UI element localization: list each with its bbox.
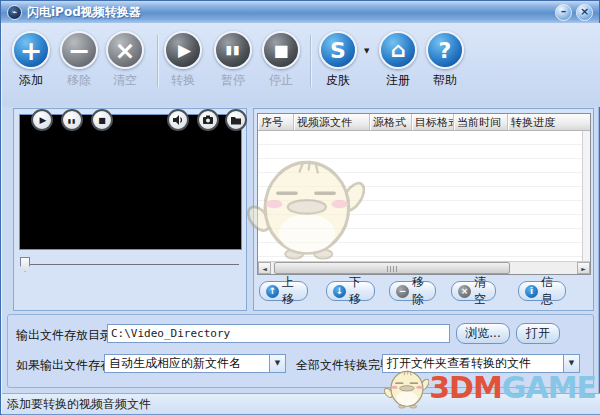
if-exists-select[interactable]: 自动生成相应的新文件名 ▼ [104,354,286,373]
close-button[interactable]: × [576,4,593,21]
toolbar: + 添加 − 移除 × 清空 ▶ 转换 ▮▮ 暂停 ■ 停止 S 皮肤 ▼ [2,23,600,107]
file-table: 序号 视频源文件 源格式 目标格式 当前时间 转换进度 ◄ ► [257,113,591,275]
toolbar-separator [310,35,311,87]
open-dir-button[interactable]: 打开 [516,323,560,344]
app-icon: ⌁ [7,5,22,20]
list-clear-button[interactable]: × 清空 [451,281,496,301]
skin-icon: S [319,31,357,69]
output-dir-label: 输出文件存放目录: [16,327,116,344]
minus-icon: − [396,285,409,298]
info-icon: i [525,285,538,298]
column-header-time[interactable]: 当前时间 [454,114,508,130]
preview-panel: ▶ ▮▮ ■ [13,108,247,311]
move-down-button[interactable]: ↓ 下移 [326,281,375,301]
output-dir-input[interactable] [107,324,450,343]
volume-icon[interactable] [167,109,189,131]
help-icon: ? [426,31,464,69]
skin-button[interactable]: S 皮肤 [315,31,361,89]
cross-icon: × [458,285,471,298]
if-exists-label: 如果输出文件存在: [16,357,116,374]
add-button[interactable]: + 添加 [8,31,54,89]
stop-icon: ■ [262,31,300,69]
task-list-panel: 序号 视频源文件 源格式 目标格式 当前时间 转换进度 ◄ ► ↑ 上移 ↓ 下… [253,108,594,311]
snapshot-icon[interactable] [197,109,219,131]
add-icon: + [12,31,50,69]
table-body [258,131,582,261]
clear-button[interactable]: × 清空 [102,31,148,89]
home-icon: ⌂ [379,31,417,69]
video-preview [19,114,242,250]
player-stop-button[interactable]: ■ [91,109,113,131]
minimize-button[interactable]: – [555,4,572,21]
column-header-srcfmt[interactable]: 源格式 [370,114,412,130]
convert-icon: ▶ [164,31,202,69]
scroll-right-icon[interactable]: ► [577,262,590,274]
app-window: ⌁ 闪电iPod视频转换器 – × + 添加 − 移除 × 清空 ▶ 转换 ▮▮… [0,0,600,415]
scrollbar-grip [387,266,397,272]
move-up-button[interactable]: ↑ 上移 [259,281,308,301]
status-text: 添加要转换的视频音频文件 [7,397,151,411]
pause-icon: ▮▮ [214,31,252,69]
column-header-index[interactable]: 序号 [258,114,294,130]
horizontal-scrollbar[interactable]: ◄ ► [258,261,590,274]
window-title: 闪电iPod视频转换器 [27,4,141,21]
stop-button[interactable]: ■ 停止 [258,31,304,89]
after-convert-select[interactable]: 打开文件夹查看转换的文件 ▼ [382,354,580,373]
chevron-down-icon[interactable]: ▼ [269,355,285,372]
info-button[interactable]: i 信息 [518,281,566,301]
table-header: 序号 视频源文件 源格式 目标格式 当前时间 转换进度 [258,114,590,131]
open-file-icon[interactable] [225,109,247,131]
pause-button[interactable]: ▮▮ 暂停 [210,31,256,89]
clear-icon: × [106,31,144,69]
seek-track[interactable] [22,264,239,265]
column-header-progress[interactable]: 转换进度 [508,114,590,130]
seek-handle[interactable] [20,257,30,272]
output-settings-group: 输出文件存放目录: 浏览... 打开 如果输出文件存在: 自动生成相应的新文件名… [7,314,594,388]
player-play-button[interactable]: ▶ [31,109,53,131]
player-pause-button[interactable]: ▮▮ [61,109,83,131]
browse-button[interactable]: 浏览... [456,323,510,344]
convert-button[interactable]: ▶ 转换 [160,31,206,89]
toolbar-separator [157,35,158,87]
column-header-source[interactable]: 视频源文件 [294,114,370,130]
remove-icon: − [60,31,98,69]
column-header-dstfmt[interactable]: 目标格式 [412,114,454,130]
scrollbar-thumb[interactable] [274,262,510,274]
status-bar: 添加要转换的视频音频文件 [2,393,600,415]
list-remove-button[interactable]: − 移除 [389,281,436,301]
title-bar: ⌁ 闪电iPod视频转换器 – × [1,1,599,23]
vertical-scrollbar[interactable] [582,131,590,261]
chevron-down-icon[interactable]: ▼ [563,355,579,372]
register-button[interactable]: ⌂ 注册 [375,31,421,89]
remove-button[interactable]: − 移除 [56,31,102,89]
scroll-left-icon[interactable]: ◄ [258,262,271,274]
seek-bar[interactable] [20,257,241,273]
down-arrow-icon: ↓ [333,285,346,298]
up-arrow-icon: ↑ [266,285,279,298]
skin-dropdown-arrow[interactable]: ▼ [364,47,369,55]
help-button[interactable]: ? 帮助 [422,31,468,89]
